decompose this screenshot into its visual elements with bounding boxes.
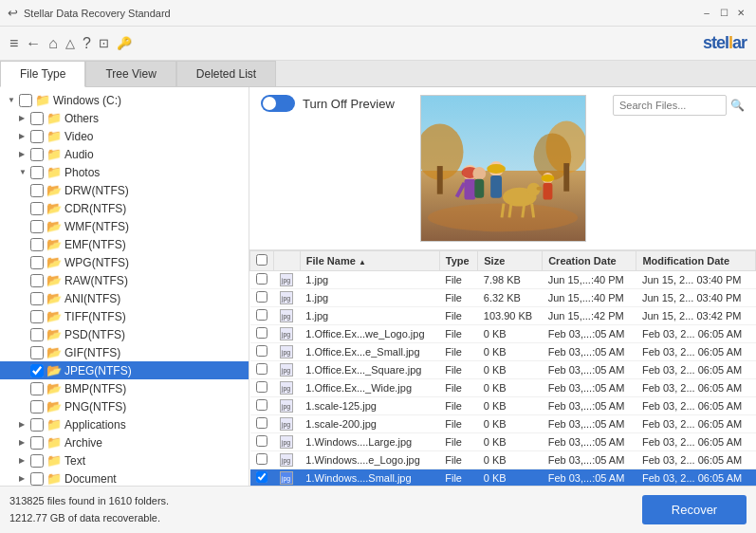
tree-item-wmf[interactable]: 📂 WMF(NTFS) bbox=[0, 217, 249, 235]
tree-item-tiff[interactable]: 📂 TIFF(NTFS) bbox=[0, 307, 249, 325]
row-check-cell[interactable] bbox=[250, 307, 274, 325]
tree-checkbox[interactable] bbox=[30, 130, 44, 143]
table-row[interactable]: jpg 1.scale-125.jpg File 0 KB Feb 03,...… bbox=[250, 397, 756, 415]
tab-deleted-list[interactable]: Deleted List bbox=[176, 61, 276, 86]
tree-item-jpeg[interactable]: 📂 JPEG(NTFS) bbox=[0, 361, 249, 379]
row-check-cell[interactable] bbox=[250, 271, 274, 289]
file-tree[interactable]: ▼ 📁 Windows (C:) ▶ 📁 Others ▶ 📁 Video bbox=[0, 87, 249, 486]
row-check-cell[interactable] bbox=[250, 433, 274, 451]
tree-checkbox[interactable] bbox=[30, 382, 44, 395]
row-check-cell[interactable] bbox=[250, 343, 274, 361]
row-check-cell[interactable] bbox=[250, 361, 274, 379]
tree-item-others[interactable]: ▶ 📁 Others bbox=[0, 109, 249, 127]
table-row[interactable]: jpg 1.Office.Ex..._Wide.jpg File 0 KB Fe… bbox=[250, 379, 756, 397]
row-checkbox[interactable] bbox=[256, 435, 267, 447]
row-check-cell[interactable] bbox=[250, 289, 274, 307]
search-input[interactable] bbox=[613, 95, 727, 116]
row-checkbox[interactable] bbox=[256, 291, 267, 303]
menu-icon[interactable]: ≡ bbox=[9, 35, 18, 52]
tree-item-png[interactable]: 📂 PNG(NTFS) bbox=[0, 397, 249, 415]
row-checkbox[interactable] bbox=[256, 453, 267, 465]
th-check[interactable] bbox=[250, 251, 274, 271]
row-checkbox[interactable] bbox=[256, 381, 267, 393]
minimize-button[interactable]: – bbox=[699, 6, 714, 21]
th-filename[interactable]: File Name ▲ bbox=[300, 251, 439, 271]
file-list[interactable]: File Name ▲ Type Size Creation Date Modi… bbox=[249, 250, 756, 486]
tree-checkbox[interactable] bbox=[30, 202, 44, 215]
tree-item-cdr[interactable]: 📂 CDR(NTFS) bbox=[0, 199, 249, 217]
tree-checkbox[interactable] bbox=[30, 274, 44, 287]
row-check-cell[interactable] bbox=[250, 379, 274, 397]
tree-item-emf[interactable]: 📂 EMF(NTFS) bbox=[0, 235, 249, 253]
tree-item-bmp[interactable]: 📂 BMP(NTFS) bbox=[0, 379, 249, 397]
close-button[interactable]: ✕ bbox=[733, 6, 748, 21]
tree-item-text[interactable]: ▶ 📁 Text bbox=[0, 451, 249, 469]
tree-item-windows-c[interactable]: ▼ 📁 Windows (C:) bbox=[0, 91, 249, 109]
row-checkbox[interactable] bbox=[256, 471, 267, 483]
row-checkbox[interactable] bbox=[256, 327, 267, 339]
tree-checkbox[interactable] bbox=[30, 184, 44, 197]
tree-checkbox[interactable] bbox=[30, 220, 44, 233]
tree-checkbox[interactable] bbox=[30, 292, 44, 305]
recover-button[interactable]: Recover bbox=[642, 495, 747, 524]
row-checkbox[interactable] bbox=[256, 273, 267, 285]
tree-item-document[interactable]: ▶ 📁 Document bbox=[0, 469, 249, 486]
row-checkbox[interactable] bbox=[256, 417, 267, 429]
row-checkbox[interactable] bbox=[256, 363, 267, 375]
cart-icon[interactable]: ⊡ bbox=[99, 36, 109, 50]
tree-item-audio[interactable]: ▶ 📁 Audio bbox=[0, 145, 249, 163]
tree-checkbox[interactable] bbox=[30, 454, 44, 468]
tree-checkbox[interactable] bbox=[30, 436, 44, 450]
tree-checkbox[interactable] bbox=[30, 364, 44, 377]
tree-item-photos[interactable]: ▼ 📁 Photos bbox=[0, 163, 249, 181]
tree-checkbox[interactable] bbox=[30, 400, 44, 414]
tree-item-archive[interactable]: ▶ 📁 Archive bbox=[0, 433, 249, 451]
tree-checkbox[interactable] bbox=[30, 238, 44, 251]
row-check-cell[interactable] bbox=[250, 451, 274, 469]
table-row[interactable]: jpg 1.jpg File 7.98 KB Jun 15,...:40 PM … bbox=[250, 271, 756, 289]
tab-tree-view[interactable]: Tree View bbox=[85, 61, 175, 86]
maximize-button[interactable]: ☐ bbox=[716, 6, 731, 21]
table-row[interactable]: jpg 1.jpg File 6.32 KB Jun 15,...:40 PM … bbox=[250, 289, 756, 307]
tree-checkbox[interactable] bbox=[30, 418, 44, 432]
tree-item-wpg[interactable]: 📂 WPG(NTFS) bbox=[0, 253, 249, 271]
preview-toggle[interactable] bbox=[261, 95, 295, 112]
table-row[interactable]: jpg 1.Office.Ex...e_Small.jpg File 0 KB … bbox=[250, 343, 756, 361]
back-icon[interactable]: ← bbox=[26, 35, 41, 52]
table-row[interactable]: jpg 1.Office.Ex..._Square.jpg File 0 KB … bbox=[250, 361, 756, 379]
scan-icon[interactable]: △ bbox=[65, 36, 75, 50]
table-row[interactable]: jpg 1.Windows....e_Logo.jpg File 0 KB Fe… bbox=[250, 451, 756, 469]
tree-item-gif[interactable]: 📂 GIF(NTFS) bbox=[0, 343, 249, 361]
tree-checkbox[interactable] bbox=[19, 94, 32, 107]
tree-checkbox[interactable] bbox=[30, 472, 44, 486]
table-row[interactable]: jpg 1.Windows....Large.jpg File 0 KB Feb… bbox=[250, 433, 756, 451]
tree-checkbox[interactable] bbox=[30, 256, 44, 269]
table-row[interactable]: jpg 1.scale-200.jpg File 0 KB Feb 03,...… bbox=[250, 415, 756, 433]
tree-item-video[interactable]: ▶ 📁 Video bbox=[0, 127, 249, 145]
row-check-cell[interactable] bbox=[250, 415, 274, 433]
tree-checkbox[interactable] bbox=[30, 166, 44, 179]
table-row[interactable]: jpg 1.jpg File 103.90 KB Jun 15,...:42 P… bbox=[250, 307, 756, 325]
tree-item-psd[interactable]: 📂 PSD(NTFS) bbox=[0, 325, 249, 343]
row-checkbox[interactable] bbox=[256, 399, 267, 411]
tree-item-drw[interactable]: 📂 DRW(NTFS) bbox=[0, 181, 249, 199]
tree-checkbox[interactable] bbox=[30, 310, 44, 323]
tree-checkbox[interactable] bbox=[30, 328, 44, 341]
tree-item-raw[interactable]: 📂 RAW(NTFS) bbox=[0, 271, 249, 289]
tree-checkbox[interactable] bbox=[30, 112, 44, 125]
help-icon[interactable]: ? bbox=[83, 35, 91, 52]
key-icon[interactable]: 🔑 bbox=[117, 36, 132, 50]
row-check-cell[interactable] bbox=[250, 325, 274, 343]
row-check-cell[interactable] bbox=[250, 469, 274, 487]
row-check-cell[interactable] bbox=[250, 397, 274, 415]
search-icon[interactable]: 🔍 bbox=[730, 99, 745, 112]
table-row[interactable]: jpg 1.Windows....Small.jpg File 0 KB Feb… bbox=[250, 469, 756, 487]
tree-checkbox[interactable] bbox=[30, 346, 44, 359]
table-row[interactable]: jpg 1.Office.Ex...we_Logo.jpg File 0 KB … bbox=[250, 325, 756, 343]
tab-file-type[interactable]: File Type bbox=[0, 61, 85, 87]
tree-checkbox[interactable] bbox=[30, 148, 44, 161]
row-checkbox[interactable] bbox=[256, 345, 267, 357]
row-checkbox[interactable] bbox=[256, 309, 267, 321]
select-all-checkbox[interactable] bbox=[256, 254, 267, 266]
tree-item-applications[interactable]: ▶ 📁 Applications bbox=[0, 415, 249, 433]
